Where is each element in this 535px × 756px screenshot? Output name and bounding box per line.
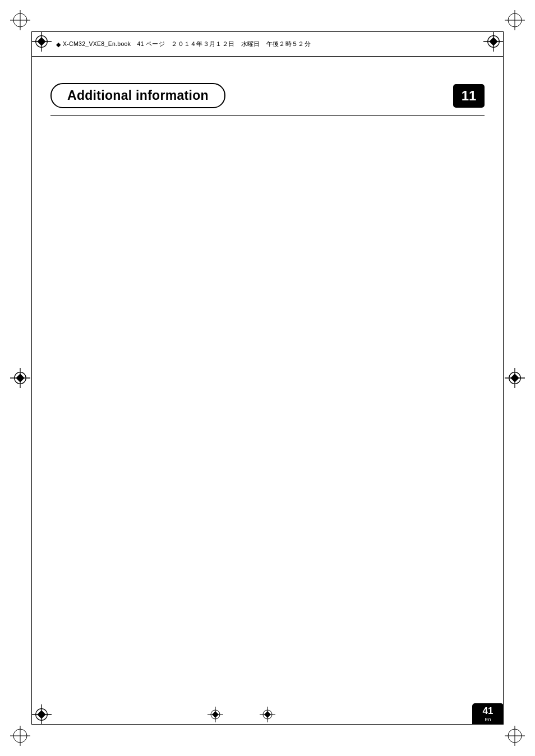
reg-mark-ml [10,368,30,388]
reg-mark-tr-outer [505,10,525,30]
svg-marker-43 [264,711,271,718]
border-left [31,31,32,725]
reg-mark-tr-inner [483,31,504,52]
svg-marker-17 [16,374,24,382]
header-bottom-border [31,56,504,57]
reg-mark-tl-outer [10,10,30,30]
border-bottom [31,724,504,725]
chapter-title: Additional information [67,88,209,103]
reg-mark-bm-left [207,707,223,722]
reg-mark-br-outer [505,726,525,746]
chapter-line [50,115,485,116]
chapter-number: 11 [462,88,477,104]
chapter-header: Additional information 11 [50,83,485,108]
reg-mark-bl-outer [10,726,30,746]
page-language: En [485,717,491,722]
header-file-info: X-CM32_VXE8_En.book 41 ページ ２０１４年３月１２日 水曜… [63,40,311,48]
page: ◆ X-CM32_VXE8_En.book 41 ページ ２０１４年３月１２日 … [0,0,535,756]
reg-mark-mr [505,368,525,388]
reg-mark-bm-center [260,707,275,722]
reg-mark-tl-inner [31,31,52,52]
svg-marker-39 [212,711,219,718]
header-top-border [31,31,504,32]
svg-marker-28 [37,710,45,718]
page-number-badge: 41 En [472,703,504,725]
reg-mark-bl-inner [31,704,52,725]
header-area: ◆ X-CM32_VXE8_En.book 41 ページ ２０１４年３月１２日 … [56,35,479,54]
chapter-title-box: Additional information [50,83,225,108]
svg-marker-21 [510,374,519,382]
page-number: 41 [483,706,494,717]
border-right [503,31,504,725]
header-arrow-icon: ◆ [56,41,61,48]
chapter-number-badge: 11 [453,84,485,108]
svg-marker-13 [489,37,497,45]
svg-marker-6 [37,37,45,45]
